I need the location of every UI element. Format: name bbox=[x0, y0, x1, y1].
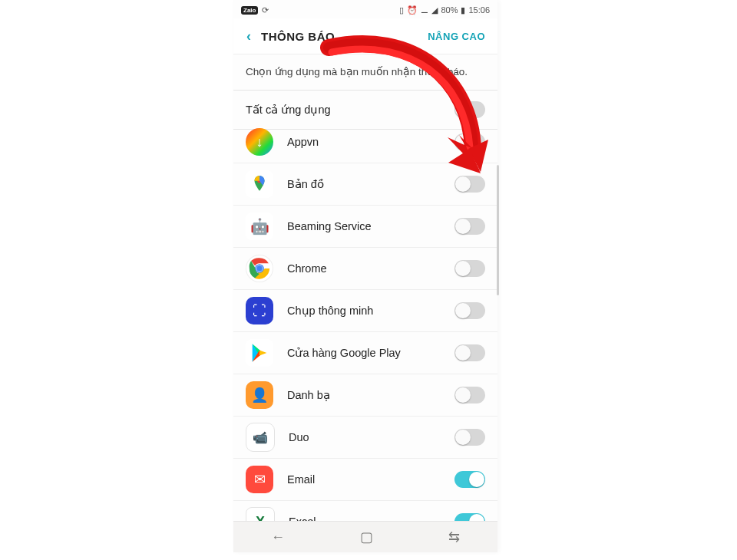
excel-icon bbox=[246, 507, 275, 522]
app-row-maps[interactable]: Bản đồ bbox=[233, 163, 497, 205]
toggle-maps[interactable] bbox=[454, 176, 485, 193]
description-text: Chọn ứng dụng mà bạn muốn nhận thông báo… bbox=[233, 54, 497, 90]
app-name-label: Chụp thông minh bbox=[287, 305, 454, 317]
chrome-icon bbox=[246, 255, 273, 282]
nav-back-button[interactable]: ← bbox=[271, 529, 285, 545]
app-name-label: Appvn bbox=[287, 136, 454, 148]
no-sim-icon: ▯ bbox=[399, 6, 404, 15]
app-name-label: Bản đồ bbox=[287, 178, 454, 190]
nav-home-button[interactable]: ▢ bbox=[360, 529, 373, 545]
toggle-contacts[interactable] bbox=[454, 387, 485, 404]
app-name-label: Cửa hàng Google Play bbox=[287, 347, 454, 359]
toggle-appvn[interactable] bbox=[454, 133, 485, 150]
duo-icon bbox=[246, 423, 275, 452]
app-name-label: Chrome bbox=[287, 262, 454, 275]
app-row-email[interactable]: Email bbox=[233, 458, 497, 500]
svg-point-5 bbox=[256, 265, 263, 272]
app-name-label: Beaming Service bbox=[287, 220, 454, 232]
back-button[interactable]: ‹ bbox=[238, 28, 259, 44]
stage: Zalo ⟳ ▯ ⏰ ⚊ ◢ 80% ▮ 15:06 ‹ THÔNG BÁO N… bbox=[0, 0, 737, 560]
app-name-label: Duo bbox=[289, 431, 454, 443]
beam-icon bbox=[246, 212, 273, 240]
app-name-label: Email bbox=[287, 473, 454, 486]
app-name-label: Danh bạ bbox=[287, 389, 454, 401]
appvn-icon bbox=[246, 128, 273, 156]
app-row-excel[interactable]: Excel bbox=[233, 500, 497, 522]
app-row-contacts[interactable]: Danh bạ bbox=[233, 374, 497, 416]
status-left: Zalo ⟳ bbox=[241, 6, 269, 15]
page-title: THÔNG BÁO bbox=[259, 30, 335, 43]
capture-icon bbox=[246, 297, 273, 324]
app-row-play[interactable]: Cửa hàng Google Play bbox=[233, 331, 497, 374]
app-list-viewport[interactable]: AppvnBản đồBeaming ServiceChromeChụp thô… bbox=[233, 121, 497, 522]
toggle-capture[interactable] bbox=[454, 302, 485, 319]
app-row-capture[interactable]: Chụp thông minh bbox=[233, 289, 497, 331]
zalo-icon: Zalo bbox=[241, 6, 258, 15]
play-icon bbox=[246, 339, 273, 367]
sync-icon: ⟳ bbox=[262, 6, 269, 15]
nav-recents-button[interactable]: ⇆ bbox=[448, 529, 460, 545]
signal-icon: ◢ bbox=[431, 6, 438, 15]
alarm-icon: ⏰ bbox=[407, 6, 418, 15]
contacts-icon bbox=[246, 381, 273, 409]
scroll-indicator[interactable] bbox=[497, 165, 499, 295]
status-bar: Zalo ⟳ ▯ ⏰ ⚊ ◢ 80% ▮ 15:06 bbox=[233, 0, 497, 18]
wifi-icon: ⚊ bbox=[421, 6, 428, 15]
app-list: AppvnBản đồBeaming ServiceChromeChụp thô… bbox=[233, 121, 497, 522]
master-toggle-label: Tất cả ứng dụng bbox=[246, 104, 454, 116]
clock: 15:06 bbox=[468, 5, 490, 15]
app-row-beam[interactable]: Beaming Service bbox=[233, 205, 497, 247]
email-icon bbox=[246, 466, 273, 493]
toggle-duo[interactable] bbox=[454, 429, 485, 446]
app-bar: ‹ THÔNG BÁO NÂNG CAO bbox=[233, 18, 497, 54]
toggle-beam[interactable] bbox=[454, 218, 485, 235]
toggle-email[interactable] bbox=[454, 471, 485, 488]
toggle-chrome[interactable] bbox=[454, 260, 485, 277]
battery-percent: 80% bbox=[441, 5, 458, 15]
app-row-appvn[interactable]: Appvn bbox=[233, 121, 497, 163]
battery-icon: ▮ bbox=[461, 6, 465, 15]
advanced-button[interactable]: NÂNG CAO bbox=[428, 31, 493, 42]
app-row-duo[interactable]: Duo bbox=[233, 416, 497, 458]
toggle-play[interactable] bbox=[454, 344, 485, 361]
master-toggle[interactable] bbox=[454, 101, 485, 118]
nav-bar: ← ▢ ⇆ bbox=[233, 521, 497, 552]
app-row-chrome[interactable]: Chrome bbox=[233, 247, 497, 289]
maps-icon bbox=[246, 170, 273, 198]
status-right: ▯ ⏰ ⚊ ◢ 80% ▮ 15:06 bbox=[399, 5, 490, 15]
phone-frame: Zalo ⟳ ▯ ⏰ ⚊ ◢ 80% ▮ 15:06 ‹ THÔNG BÁO N… bbox=[233, 0, 497, 552]
